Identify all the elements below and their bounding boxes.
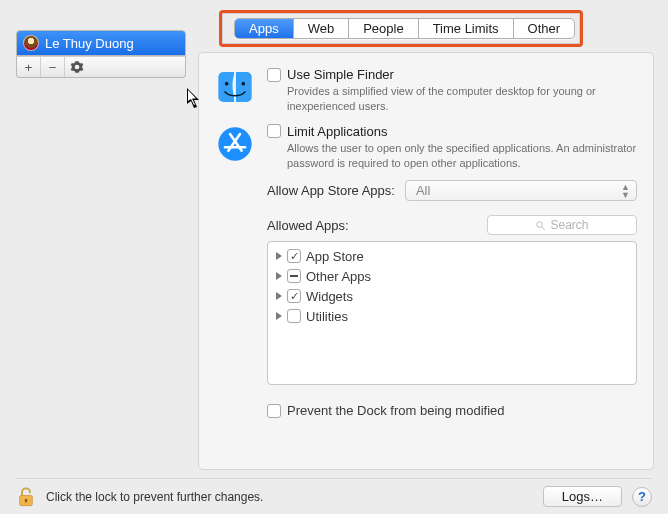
prevent-dock-checkbox[interactable]: [267, 404, 281, 418]
tree-checkbox[interactable]: [287, 289, 301, 303]
user-name-label: Le Thuy Duong: [45, 36, 134, 51]
limit-apps-label: Limit Applications: [287, 124, 387, 139]
limit-apps-desc: Allows the user to open only the specifi…: [267, 141, 637, 171]
prevent-dock-label: Prevent the Dock from being modified: [287, 403, 505, 418]
user-actions-menu[interactable]: [65, 57, 89, 77]
allowed-apps-search[interactable]: Search: [487, 215, 637, 235]
allowed-apps-label: Allowed Apps:: [267, 218, 349, 233]
user-row-selected[interactable]: Le Thuy Duong: [17, 31, 185, 55]
tab-content-apps: Use Simple Finder Provides a simplified …: [198, 52, 654, 470]
disclosure-triangle-icon[interactable]: [276, 312, 282, 320]
sidebar-toolbar: + −: [16, 56, 186, 78]
tab-web[interactable]: Web: [294, 19, 350, 38]
avatar: [23, 35, 39, 51]
svg-point-7: [537, 222, 543, 228]
tree-checkbox[interactable]: [287, 269, 301, 283]
popup-arrows-icon: ▲▼: [621, 183, 630, 199]
tab-people[interactable]: People: [349, 19, 418, 38]
tab-other[interactable]: Other: [514, 19, 575, 38]
disclosure-triangle-icon[interactable]: [276, 292, 282, 300]
lock-text: Click the lock to prevent further change…: [46, 490, 263, 504]
search-icon: [535, 220, 546, 231]
svg-rect-11: [25, 500, 26, 503]
tab-bar: Apps Web People Time Limits Other: [234, 18, 575, 39]
tree-label: Widgets: [306, 289, 353, 304]
tree-row-widgets[interactable]: Widgets: [268, 286, 636, 306]
user-sidebar: Le Thuy Duong + −: [16, 30, 186, 78]
tree-row-otherapps[interactable]: Other Apps: [268, 266, 636, 286]
svg-point-3: [218, 127, 251, 160]
tree-checkbox[interactable]: [287, 309, 301, 323]
svg-point-2: [242, 82, 246, 86]
footer: Click the lock to prevent further change…: [16, 478, 652, 506]
settings-panel: Apps Web People Time Limits Other Use Si…: [198, 10, 668, 78]
search-placeholder: Search: [550, 218, 588, 232]
simple-finder-label: Use Simple Finder: [287, 67, 394, 82]
add-user-button[interactable]: +: [17, 57, 41, 77]
logs-button[interactable]: Logs…: [543, 486, 622, 507]
tab-time-limits[interactable]: Time Limits: [419, 19, 514, 38]
finder-icon: [215, 67, 255, 107]
lock-open-icon: [16, 486, 36, 508]
user-list[interactable]: Le Thuy Duong: [16, 30, 186, 56]
allow-appstore-label: Allow App Store Apps:: [267, 183, 395, 198]
tree-label: Utilities: [306, 309, 348, 324]
appstore-icon: [215, 124, 255, 164]
allowed-apps-tree[interactable]: App Store Other Apps Widgets Utilities: [267, 241, 637, 385]
simple-finder-checkbox[interactable]: [267, 68, 281, 82]
tab-apps[interactable]: Apps: [235, 19, 294, 38]
svg-point-1: [225, 82, 229, 86]
tree-row-utilities[interactable]: Utilities: [268, 306, 636, 326]
lock-button[interactable]: [16, 486, 36, 508]
tree-row-appstore[interactable]: App Store: [268, 246, 636, 266]
allow-appstore-popup[interactable]: All ▲▼: [405, 180, 637, 201]
simple-finder-desc: Provides a simplified view of the comput…: [267, 84, 637, 114]
tree-checkbox[interactable]: [287, 249, 301, 263]
remove-user-button[interactable]: −: [41, 57, 65, 77]
allow-appstore-value: All: [416, 183, 430, 198]
limit-apps-checkbox[interactable]: [267, 124, 281, 138]
svg-line-8: [542, 227, 545, 230]
disclosure-triangle-icon[interactable]: [276, 252, 282, 260]
help-button[interactable]: ?: [632, 487, 652, 507]
gear-icon: [70, 60, 84, 74]
tree-label: Other Apps: [306, 269, 371, 284]
disclosure-triangle-icon[interactable]: [276, 272, 282, 280]
tree-label: App Store: [306, 249, 364, 264]
